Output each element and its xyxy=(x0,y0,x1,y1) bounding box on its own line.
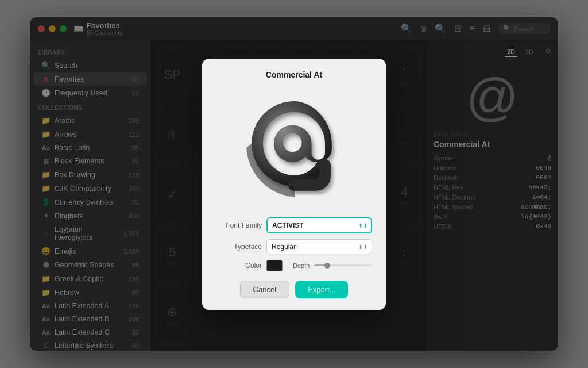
depth-label: Depth xyxy=(293,262,310,269)
app-window: 📖 Favorites 69 Codepoints 🔍 ⊞ 🔍 ⊞ ≡ ⊟ 🔍 … xyxy=(30,17,558,351)
typeface-wrapper: Regular Bold Italic ⬆⬇ xyxy=(266,239,372,254)
color-label: Color xyxy=(216,262,262,270)
export-modal: Commercial At xyxy=(202,59,386,310)
color-swatch[interactable] xyxy=(266,260,283,271)
at-3d-render xyxy=(242,93,346,202)
modal-buttons: Cancel Export... xyxy=(216,281,372,298)
modal-overlay: Commercial At xyxy=(30,17,558,351)
cancel-button[interactable]: Cancel xyxy=(240,281,289,298)
font-family-select[interactable]: ACTIVIST Arial Helvetica xyxy=(266,217,372,233)
modal-glyph-preview xyxy=(216,87,372,208)
typeface-select[interactable]: Regular Bold Italic xyxy=(266,239,372,254)
font-family-label: Font Family xyxy=(216,221,262,229)
modal-title: Commercial At xyxy=(216,70,372,79)
typeface-label: Typeface xyxy=(216,243,262,251)
font-family-row: Font Family ACTIVIST Arial Helvetica ⬆⬇ xyxy=(216,217,372,233)
typeface-row: Typeface Regular Bold Italic ⬆⬇ xyxy=(216,239,372,254)
depth-slider[interactable] xyxy=(314,264,372,266)
font-family-wrapper: ACTIVIST Arial Helvetica ⬆⬇ xyxy=(266,217,372,233)
color-depth-controls: Depth xyxy=(266,260,372,271)
color-depth-row: Color Depth xyxy=(216,260,372,271)
export-button[interactable]: Export... xyxy=(295,281,348,298)
